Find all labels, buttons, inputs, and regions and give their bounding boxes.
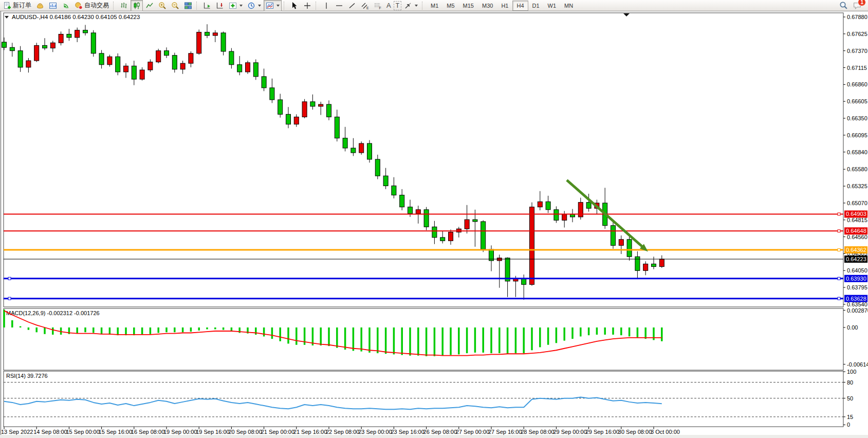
tile-windows-icon	[184, 2, 192, 10]
candle-body	[99, 53, 104, 65]
periods-button[interactable]	[245, 0, 263, 11]
toolbar-separator	[196, 2, 199, 10]
trendline-tool-button[interactable]	[346, 0, 358, 11]
timeframe-M30[interactable]: M30	[478, 1, 497, 11]
chart-shift-button[interactable]	[214, 0, 226, 11]
candle-body	[465, 220, 469, 229]
hline-handle[interactable]	[8, 297, 11, 300]
candle-body	[367, 143, 372, 159]
timeframe-H4[interactable]: H4	[512, 1, 528, 11]
text-label-tool-button[interactable]: T	[394, 1, 401, 10]
timeframe-W1[interactable]: W1	[544, 1, 561, 11]
fibo-letter: F	[379, 6, 381, 10]
hline-handle[interactable]	[838, 297, 840, 300]
timeframe-M15[interactable]: M15	[459, 1, 478, 11]
zoom-in-button[interactable]	[156, 0, 169, 11]
indicators-button[interactable]	[227, 0, 245, 11]
macd-axis-label: -0.006142	[847, 361, 868, 368]
candle-body	[18, 51, 23, 67]
rsi-panel[interactable]	[4, 371, 843, 427]
timeframe-H1[interactable]: H1	[497, 1, 512, 11]
notification-badge: 1	[858, 0, 866, 6]
cursor-tool-button[interactable]	[288, 0, 301, 11]
price-axis-label: 0.66350	[847, 115, 867, 121]
hline-handle[interactable]	[838, 249, 840, 251]
chart-svg[interactable]: 0.678800.676250.673700.671150.668600.666…	[0, 11, 868, 438]
candle-body	[140, 70, 144, 79]
timeframe-MN[interactable]: MN	[560, 1, 577, 11]
candle-body	[91, 33, 96, 53]
time-axis-label: 19 Sep 16:00	[196, 429, 229, 435]
price-axis-label: 0.67115	[847, 65, 867, 71]
rsi-axis-label: 15	[847, 414, 853, 420]
hline-handle[interactable]	[838, 213, 840, 215]
chart-title: AUDUSD-,H4 0.64186 0.64230 0.64105 0.642…	[12, 14, 140, 20]
main-chart-panel[interactable]	[4, 13, 843, 307]
notifications-button[interactable]: 1	[851, 0, 864, 11]
candle-body	[213, 33, 217, 35]
fibonacci-tool-button[interactable]: F	[372, 0, 384, 11]
candle-body	[302, 102, 307, 117]
candle-body	[229, 51, 234, 65]
chart-window-icon	[49, 2, 57, 10]
price-axis-label: 0.66860	[847, 81, 867, 87]
zoom-out-button[interactable]	[169, 0, 181, 11]
candle-body	[197, 32, 201, 53]
arrows-tool-button[interactable]	[402, 0, 420, 11]
fibonacci-icon: F	[374, 2, 382, 10]
price-axis-label: 0.63795	[847, 284, 867, 290]
equidistant-channel-icon: E	[361, 2, 369, 10]
template-icon	[266, 2, 274, 10]
candle-body	[172, 56, 177, 69]
line-chart-button[interactable]	[143, 0, 156, 11]
cursor-icon	[290, 2, 299, 10]
templates-button[interactable]	[264, 0, 282, 11]
time-axis-label: 13 Sep 2022	[1, 429, 33, 435]
timeframe-toolbar: M1M5M15M30H1H4D1W1MN	[427, 1, 577, 11]
gold-ingot-icon	[36, 2, 44, 10]
timeframe-D1[interactable]: D1	[528, 1, 544, 11]
hline-handle[interactable]	[8, 277, 11, 280]
time-axis-label: 23 Sep 00:00	[358, 429, 392, 435]
window-bottom-edge	[0, 435, 868, 438]
candle-body	[189, 53, 193, 63]
price-axis-label: 0.66095	[847, 132, 867, 138]
candle-body	[351, 148, 356, 153]
rsi-axis-label: 100	[847, 369, 856, 375]
candle-body	[327, 104, 331, 117]
candle-body	[659, 259, 664, 267]
hline-handle[interactable]	[838, 230, 840, 232]
candle-body	[416, 210, 420, 214]
candle-body	[294, 117, 299, 124]
time-axis-label: 16 Sep 08:00	[131, 429, 164, 435]
signals-button[interactable]	[60, 0, 72, 11]
chart-window-button[interactable]	[47, 0, 59, 11]
macd-panel[interactable]	[4, 308, 843, 370]
price-axis-label: 0.67370	[847, 48, 867, 54]
toolbar-separator	[422, 2, 424, 10]
chevron-down-icon	[258, 5, 261, 7]
tile-windows-button[interactable]	[182, 0, 194, 11]
rsi-axis-label: 50	[847, 395, 853, 402]
hline-handle[interactable]	[838, 277, 840, 280]
auto-scroll-button[interactable]	[201, 0, 213, 11]
crosshair-tool-button[interactable]	[301, 0, 313, 11]
auto-trading-button[interactable]: 自动交易	[72, 0, 111, 11]
candle-body	[359, 143, 364, 153]
candlestick-chart-button[interactable]	[131, 0, 143, 11]
horizontal-line-tool-button[interactable]	[333, 0, 345, 11]
chart-window[interactable]: 0.678800.676250.673700.671150.668600.666…	[0, 11, 868, 438]
timeframe-M5[interactable]: M5	[442, 1, 458, 11]
text-tool-button[interactable]: A	[384, 0, 393, 11]
new-order-button[interactable]: 新订单	[1, 0, 33, 11]
price-axis-label: 0.65070	[847, 200, 867, 206]
search-button[interactable]	[837, 0, 850, 11]
timeframe-M1[interactable]: M1	[427, 1, 442, 11]
time-axis-label: 27 Sep 16:00	[488, 429, 522, 435]
bar-chart-button[interactable]	[118, 0, 130, 11]
candle-body	[164, 51, 169, 56]
vertical-line-tool-button[interactable]	[320, 0, 333, 11]
channel-tool-button[interactable]: E	[359, 0, 371, 11]
candle-body	[26, 61, 31, 67]
market-watch-button[interactable]	[34, 0, 46, 11]
